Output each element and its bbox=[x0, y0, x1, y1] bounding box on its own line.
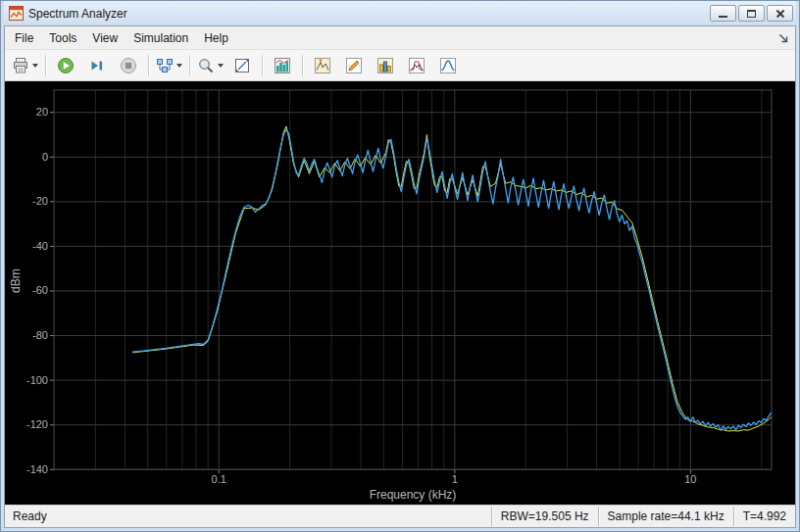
y-tick-label: -140 bbox=[26, 463, 48, 475]
menu-bar: File Tools View Simulation Help bbox=[5, 26, 795, 50]
fit-to-view-icon bbox=[233, 57, 251, 74]
status-sample-rate: Sample rate=44.1 kHz bbox=[598, 507, 733, 526]
simulink-blocks-icon bbox=[156, 57, 174, 74]
y-tick-label: -20 bbox=[32, 195, 48, 207]
y-tick-label: -60 bbox=[32, 284, 48, 296]
stop-button[interactable] bbox=[113, 52, 144, 79]
status-message: Ready bbox=[5, 509, 491, 523]
print-export-button[interactable] bbox=[9, 52, 41, 79]
minimize-button[interactable] bbox=[710, 5, 736, 22]
play-icon bbox=[57, 57, 75, 74]
menu-file[interactable]: File bbox=[7, 28, 41, 48]
toolbar-separator bbox=[45, 55, 46, 76]
x-tick-label: 10 bbox=[684, 473, 696, 485]
axes-box bbox=[54, 90, 772, 469]
menu-help[interactable]: Help bbox=[196, 28, 236, 48]
magnifier-icon bbox=[197, 57, 215, 74]
maximize-button[interactable] bbox=[738, 5, 765, 22]
cursor-measurements-button[interactable] bbox=[338, 52, 370, 79]
zoom-button[interactable] bbox=[194, 52, 226, 79]
status-bar: Ready RBW=19.505 Hz Sample rate=44.1 kHz… bbox=[5, 505, 795, 527]
toolbar bbox=[5, 50, 795, 81]
toolbar-separator bbox=[302, 55, 303, 76]
app-icon bbox=[9, 6, 24, 21]
step-forward-icon bbox=[88, 57, 106, 74]
x-tick-label: 1 bbox=[452, 473, 458, 485]
plot-panel: 0.1110200-20-40-60-80-100-120-140 Freque… bbox=[5, 81, 795, 505]
menu-view[interactable]: View bbox=[84, 28, 125, 48]
run-button[interactable] bbox=[50, 52, 81, 79]
y-tick-label: -40 bbox=[32, 240, 48, 252]
maximize-icon bbox=[747, 10, 756, 18]
y-tick-label: -80 bbox=[32, 329, 48, 341]
status-sim-time: T=4.992 bbox=[733, 507, 795, 526]
peak-finder-icon bbox=[314, 57, 331, 74]
spectrum-settings-button[interactable] bbox=[267, 52, 298, 79]
trace-blue bbox=[132, 129, 772, 430]
window-content: File Tools View Simulation Help bbox=[4, 25, 796, 528]
spectral-mask-icon bbox=[408, 57, 425, 74]
simulink-model-button[interactable] bbox=[153, 52, 185, 79]
pencil-cursor-icon bbox=[345, 57, 363, 74]
trace-yellow bbox=[132, 126, 772, 431]
window-title: Spectrum Analyzer bbox=[28, 7, 710, 21]
y-tick-label: -120 bbox=[26, 418, 48, 430]
spectrum-settings-icon bbox=[274, 57, 291, 74]
printer-icon bbox=[12, 57, 29, 74]
dock-window-arrow[interactable] bbox=[777, 32, 789, 44]
signal-statistics-icon bbox=[376, 57, 394, 74]
toolbar-separator bbox=[262, 55, 263, 76]
dropdown-arrow-icon bbox=[218, 64, 224, 68]
close-button[interactable] bbox=[767, 5, 793, 22]
distortion-curve-icon bbox=[439, 57, 457, 74]
peak-finder-button[interactable] bbox=[307, 52, 338, 79]
toolbar-separator bbox=[148, 55, 149, 76]
status-rbw: RBW=19.505 Hz bbox=[491, 507, 598, 526]
title-bar[interactable]: Spectrum Analyzer bbox=[4, 1, 796, 25]
menu-simulation[interactable]: Simulation bbox=[125, 28, 196, 48]
toolbar-separator bbox=[189, 55, 190, 76]
minimize-icon bbox=[719, 16, 727, 18]
dropdown-arrow-icon bbox=[176, 64, 182, 68]
dropdown-arrow-icon bbox=[32, 64, 38, 68]
spectral-mask-button[interactable] bbox=[401, 52, 432, 79]
spectrum-plot[interactable]: 0.1110200-20-40-60-80-100-120-140 bbox=[5, 81, 795, 505]
signal-statistics-button[interactable] bbox=[370, 52, 401, 79]
fit-to-view-button[interactable] bbox=[226, 52, 258, 79]
menu-tools[interactable]: Tools bbox=[41, 28, 84, 48]
close-icon bbox=[775, 9, 785, 19]
stop-icon bbox=[120, 57, 137, 74]
y-tick-label: 20 bbox=[36, 106, 48, 118]
x-tick-label: 0.1 bbox=[212, 473, 226, 485]
y-tick-label: -100 bbox=[26, 374, 48, 386]
y-tick-label: 0 bbox=[42, 151, 48, 163]
distortion-measurements-button[interactable] bbox=[432, 52, 464, 79]
spectrum-analyzer-window: Spectrum Analyzer File Tools View Simula… bbox=[0, 0, 800, 532]
step-forward-button[interactable] bbox=[81, 52, 113, 79]
